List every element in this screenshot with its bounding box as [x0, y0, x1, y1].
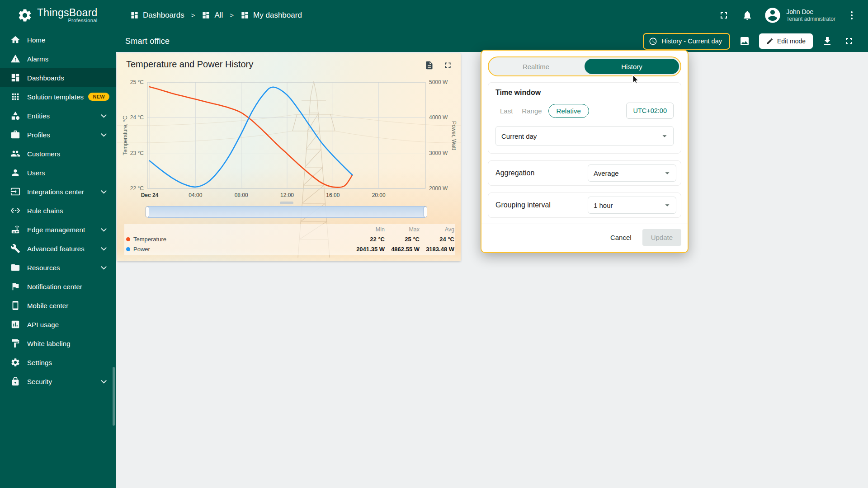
update-button[interactable]: Update — [642, 229, 681, 246]
sidebar-item-advanced-features[interactable]: Advanced features — [0, 239, 116, 258]
breadcrumb-all[interactable]: All — [202, 11, 223, 20]
integrations-icon — [10, 187, 20, 197]
sidebar-item-security[interactable]: Security — [0, 372, 116, 391]
sidebar-item-home[interactable]: Home — [0, 30, 116, 49]
sidebar-item-entities[interactable]: Entities — [0, 106, 116, 125]
time-range-slider[interactable] — [147, 202, 425, 220]
legend-item-power[interactable]: Power — [126, 246, 350, 253]
mode-range[interactable]: Range — [517, 104, 546, 117]
sidebar-item-rule-chains[interactable]: Rule chains — [0, 201, 116, 220]
sidebar-item-api-usage[interactable]: API usage — [0, 315, 116, 334]
sidebar-item-label: API usage — [27, 321, 59, 328]
fullscreen-button[interactable] — [717, 8, 731, 23]
breadcrumb-label: All — [214, 11, 223, 20]
dashboard-image-button[interactable] — [737, 34, 752, 48]
slider-left-handle[interactable] — [146, 206, 149, 217]
white-labeling-icon — [10, 338, 20, 348]
svg-text:04:00: 04:00 — [189, 192, 202, 198]
widget-title: Temperature and Power History — [126, 59, 253, 70]
cancel-button[interactable]: Cancel — [604, 230, 638, 245]
timewindow-panel: Realtime History Time window Last Range … — [481, 50, 689, 253]
sidebar-item-label: Notification center — [27, 283, 82, 291]
chevron-down-icon — [662, 168, 672, 178]
top-bar: ThingsBoard Professional Dashboards > Al… — [0, 0, 868, 30]
sidebar-item-white-labeling[interactable]: White labeling — [0, 334, 116, 353]
sidebar-item-resources[interactable]: Resources — [0, 258, 116, 277]
breadcrumb-my-dashboard[interactable]: My dashboard — [241, 11, 302, 20]
fullscreen-icon — [443, 61, 453, 70]
sidebar-item-edge-management[interactable]: Edge management — [0, 220, 116, 239]
sidebar-item-alarms[interactable]: Alarms — [0, 49, 116, 68]
app-logo[interactable]: ThingsBoard Professional — [17, 0, 98, 30]
sidebar-item-customers[interactable]: Customers — [0, 144, 116, 163]
dashboard-tiles-icon — [241, 11, 249, 19]
sidebar-scrollbar[interactable] — [113, 367, 115, 426]
svg-text:Power, Watt: Power, Watt — [451, 121, 457, 150]
stats-value: 4862.55 W — [385, 246, 420, 253]
grouping-interval-select[interactable]: 1 hour — [588, 197, 676, 214]
svg-text:23 °C: 23 °C — [130, 150, 144, 156]
file-export-icon — [425, 61, 434, 70]
user-menu[interactable]: John Doe Tenant administrator — [764, 6, 835, 24]
download-dashboard-button[interactable] — [820, 34, 835, 48]
sidebar-item-label: Integrations center — [27, 188, 84, 196]
sidebar-item-notification-center[interactable]: Notification center — [0, 277, 116, 296]
slider-right-handle[interactable] — [424, 206, 427, 217]
widget-export-button[interactable] — [423, 59, 436, 72]
sidebar-item-settings[interactable]: Settings — [0, 353, 116, 372]
sidebar-item-users[interactable]: Users — [0, 163, 116, 182]
chevron-down-icon — [101, 245, 107, 251]
sidebar-item-label: Edge management — [27, 226, 85, 234]
tab-history[interactable]: History — [585, 59, 679, 74]
sidebar-item-solution-templates[interactable]: Solution templatesNEW — [0, 87, 116, 106]
slider-grip[interactable] — [280, 202, 293, 204]
sidebar-item-label: Settings — [27, 359, 52, 366]
interval-select[interactable]: Current day — [495, 126, 674, 146]
svg-text:Temperature, °C: Temperature, °C — [122, 116, 128, 155]
timewindow-button[interactable]: History - Current day — [643, 33, 730, 50]
dashboards-icon — [10, 73, 20, 83]
svg-text:24 °C: 24 °C — [130, 114, 144, 121]
fullscreen-icon — [718, 10, 729, 21]
breadcrumb-separator: > — [191, 11, 195, 19]
sidebar-item-profiles[interactable]: Profiles — [0, 125, 116, 144]
thingsboard-logo-icon — [17, 8, 33, 23]
breadcrumb-dashboards[interactable]: Dashboards — [130, 11, 184, 20]
chevron-down-icon — [662, 200, 672, 210]
sidebar-item-label: Mobile center — [27, 302, 68, 310]
tab-realtime[interactable]: Realtime — [489, 57, 583, 75]
sidebar-item-mobile-center[interactable]: Mobile center — [0, 296, 116, 315]
more-menu-button[interactable] — [844, 8, 859, 23]
svg-text:5000 W: 5000 W — [429, 79, 448, 85]
legend-color-dot — [126, 237, 130, 241]
pencil-icon — [766, 38, 774, 45]
notifications-button[interactable] — [740, 8, 755, 23]
realtime-history-toggle: Realtime History — [488, 56, 681, 76]
chevron-down-icon — [101, 226, 107, 232]
dashboard-header: Smart office History - Current day Edit … — [116, 30, 868, 52]
edit-mode-button[interactable]: Edit mode — [759, 33, 813, 49]
svg-text:16:00: 16:00 — [326, 192, 340, 198]
stats-column-header: Max — [385, 226, 420, 233]
timezone-button[interactable]: UTC+02:00 — [626, 103, 674, 119]
chevron-down-icon — [101, 264, 107, 270]
stats-value: 25 °C — [385, 236, 420, 243]
sidebar-item-dashboards[interactable]: Dashboards — [0, 68, 116, 87]
sidebar-item-integrations-center[interactable]: Integrations center — [0, 182, 116, 201]
legend-item-temperature[interactable]: Temperature — [126, 236, 350, 243]
svg-text:Dec 24: Dec 24 — [141, 192, 159, 198]
slider-selected-range[interactable] — [147, 206, 425, 218]
widget-fullscreen-button[interactable] — [441, 59, 454, 72]
mode-last[interactable]: Last — [495, 104, 517, 117]
mode-relative[interactable]: Relative — [548, 104, 589, 118]
dashboard-fullscreen-button[interactable] — [842, 34, 856, 48]
grouping-interval-section: Grouping interval 1 hour — [488, 192, 681, 218]
legend-stats-table: MinMaxAvgTemperature22 °C25 °C24 °CPower… — [124, 224, 455, 255]
aggregation-select[interactable]: Average — [588, 164, 676, 182]
dashboard-toolbar: History - Current day Edit mode — [643, 33, 868, 50]
stats-value: 3183.48 W — [420, 246, 454, 253]
legend-color-dot — [126, 247, 130, 251]
grouping-interval-value: 1 hour — [594, 202, 613, 209]
aggregation-label: Aggregation — [495, 169, 534, 177]
alarms-icon — [10, 54, 20, 64]
